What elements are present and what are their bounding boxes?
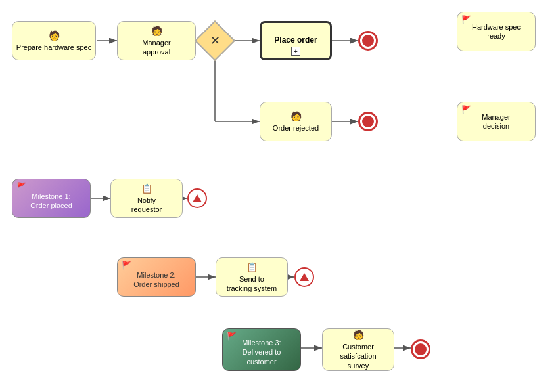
end-event-1 bbox=[358, 31, 378, 51]
end-event-3 bbox=[411, 339, 430, 359]
flag-icon-m1: 🚩 bbox=[16, 182, 26, 192]
flag-icon-m2: 🚩 bbox=[122, 261, 131, 271]
subprocess-marker: + bbox=[291, 47, 300, 56]
end-event-2 bbox=[358, 112, 378, 131]
place-order[interactable]: Place order + bbox=[260, 21, 332, 60]
prepare-hardware-spec[interactable]: 🧑 Prepare hardware spec bbox=[12, 21, 96, 60]
hw-spec-ready[interactable]: 🚩 Hardware specready bbox=[457, 12, 536, 51]
send-tracking-system[interactable]: 📋 Send totracking system bbox=[216, 257, 288, 297]
person-icon: 🧑 bbox=[49, 30, 60, 41]
flag-icon-hw: 🚩 bbox=[461, 15, 471, 26]
milestone-order-shipped[interactable]: 🚩 Milestone 2:Order shipped bbox=[117, 257, 196, 297]
int-event-2 bbox=[294, 267, 314, 287]
milestone-delivered[interactable]: 🚩 Milestone 3:Delivered tocustomer bbox=[222, 328, 301, 371]
order-rejected[interactable]: 🧑 Order rejected bbox=[260, 102, 332, 141]
script-icon: 📋 bbox=[141, 183, 152, 194]
person-icon3: 🧑 bbox=[290, 110, 302, 122]
int-event-1 bbox=[187, 188, 207, 208]
manager-approval[interactable]: 🧑 Managerapproval bbox=[117, 21, 196, 60]
flag-icon-m3: 🚩 bbox=[227, 332, 237, 342]
flag-icon-mgr: 🚩 bbox=[461, 105, 471, 116]
manager-decision[interactable]: 🚩 Managerdecision bbox=[457, 102, 536, 141]
notify-requestor[interactable]: 📋 Notifyrequestor bbox=[110, 179, 183, 218]
bpmn-diagram: 🧑 Prepare hardware spec 🧑 Managerapprova… bbox=[0, 0, 556, 392]
person-icon4: 🧑 bbox=[353, 329, 364, 341]
script-icon2: 📋 bbox=[246, 261, 258, 273]
milestone-order-placed[interactable]: 🚩 Milestone 1:Order placed bbox=[12, 179, 91, 218]
gateway-exclusive[interactable]: ✕ bbox=[195, 20, 235, 61]
person-icon2: 🧑 bbox=[151, 25, 162, 37]
customer-survey[interactable]: 🧑 Customersatisfcationsurvey bbox=[322, 328, 394, 371]
